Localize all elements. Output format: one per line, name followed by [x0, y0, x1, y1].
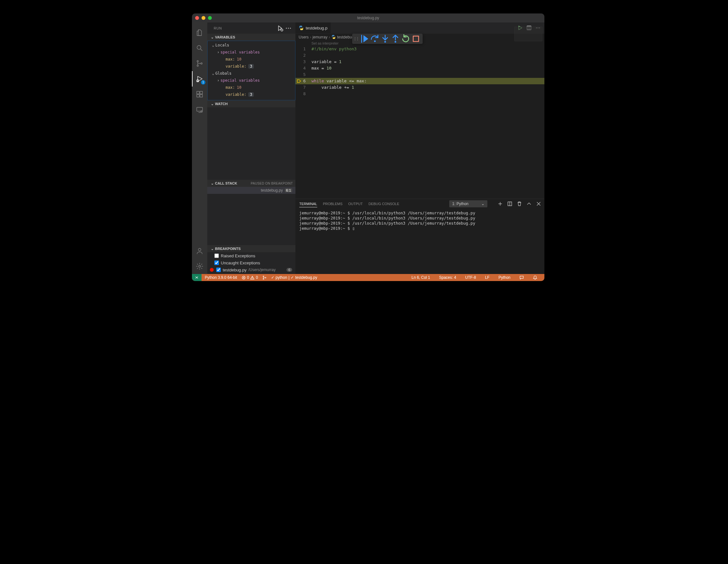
terminal-output[interactable]: jemurray@mbp-2019:~ $ /usr/local/bin/pyt…	[295, 209, 544, 274]
tab-label: testdebug.p	[306, 26, 327, 30]
watch-section[interactable]: ⌄ WATCH	[207, 100, 295, 107]
code-line[interactable]: 3variable = 1	[295, 59, 544, 65]
explorer-icon[interactable]	[192, 25, 207, 40]
restart-button[interactable]	[401, 34, 410, 43]
window-title: testdebug.py	[357, 16, 379, 20]
svg-rect-9	[197, 91, 199, 94]
new-terminal-button[interactable]	[498, 201, 503, 206]
panel: TERMINALPROBLEMSOUTPUTDEBUG CONSOLE1: Py…	[295, 199, 544, 274]
minimize-icon[interactable]	[202, 16, 205, 20]
breakpoints-pane: Raised ExceptionsUncaught Exceptionstest…	[207, 252, 295, 274]
svg-rect-10	[200, 91, 203, 94]
stop-button[interactable]	[411, 34, 421, 43]
maximize-panel-icon[interactable]	[526, 201, 532, 206]
panel-tab-terminal[interactable]: TERMINAL	[299, 201, 317, 207]
close-icon[interactable]	[195, 16, 199, 20]
language-mode[interactable]: Python	[499, 275, 510, 280]
special-variables[interactable]: ›special variables	[208, 77, 295, 84]
debug-toolbar[interactable]	[352, 34, 423, 44]
chevron-down-icon: ⌄	[481, 202, 484, 206]
panel-tabs: TERMINALPROBLEMSOUTPUTDEBUG CONSOLE1: Py…	[295, 199, 544, 209]
python-version[interactable]: Python 3.9.0 64-bit	[205, 275, 237, 280]
statusbar: Python 3.9.0 64-bit 0 0 ✓python |✓testde…	[192, 274, 544, 281]
source-control-icon[interactable]	[192, 56, 207, 71]
variables-section[interactable]: ⌄ VARIABLES	[207, 34, 295, 41]
scope-globals[interactable]: ⌄Globals	[208, 70, 295, 77]
more-icon[interactable]	[285, 25, 292, 31]
breadcrumb-item[interactable]: jemurray	[312, 35, 327, 39]
debug-config-icon[interactable]	[277, 25, 283, 31]
window-controls	[195, 16, 212, 20]
scope-locals[interactable]: ⌄Locals	[208, 42, 295, 49]
lint-status-1[interactable]: ✓python |✓testdebug.py	[271, 275, 317, 280]
sidebar-header: RUN	[207, 22, 295, 34]
problems-status[interactable]: 0 0	[242, 275, 258, 280]
svg-point-14	[201, 111, 203, 112]
code-line[interactable]: 5	[295, 71, 544, 78]
step-over-button[interactable]	[370, 34, 380, 43]
eol[interactable]: LF	[485, 275, 490, 280]
panel-tab-output[interactable]: OUTPUT	[348, 201, 363, 207]
variable-row[interactable]: variable3	[208, 63, 295, 70]
chevron-right-icon: ›	[310, 35, 311, 39]
code-line[interactable]: 1#!/bin/env python3	[295, 46, 544, 52]
drag-handle-icon[interactable]	[355, 37, 358, 40]
variable-row[interactable]: max10	[208, 84, 295, 91]
cursor-position[interactable]: Ln 6, Col 1	[411, 275, 430, 280]
encoding[interactable]: UTF-8	[465, 275, 476, 280]
breadcrumb-item[interactable]: Users	[299, 35, 309, 39]
titlebar: testdebug.py	[192, 13, 544, 22]
continue-button[interactable]	[360, 34, 369, 43]
svg-rect-11	[197, 95, 199, 97]
remote-icon[interactable]	[192, 102, 207, 117]
minimap[interactable]	[512, 25, 544, 63]
notifications-icon[interactable]	[533, 275, 537, 280]
variable-row[interactable]: max10	[208, 56, 295, 63]
indentation[interactable]: Spaces: 4	[439, 275, 456, 280]
code-editor[interactable]: 1#!/bin/env python323variable = 14max = …	[295, 46, 544, 97]
terminal-select[interactable]: 1: Python⌄	[449, 200, 487, 207]
code-line[interactable]: 2	[295, 52, 544, 59]
svg-point-2	[394, 41, 396, 43]
git-status[interactable]	[262, 276, 267, 280]
variables-pane: ⌄Locals›special variablesmax10variable3⌄…	[207, 41, 295, 100]
breakpoint-row[interactable]: testdebug.py/Users/jemurray6	[207, 266, 295, 273]
code-line[interactable]: 8	[295, 91, 544, 97]
maximize-icon[interactable]	[208, 16, 212, 20]
panel-tab-problems[interactable]: PROBLEMS	[323, 201, 343, 207]
chevron-down-icon: ⌄	[210, 102, 214, 106]
extensions-icon[interactable]	[192, 87, 207, 102]
feedback-icon[interactable]	[519, 275, 524, 280]
account-icon[interactable]	[192, 243, 207, 259]
tab-testdebug[interactable]: testdebug.p	[295, 22, 331, 33]
breakpoint-checkbox[interactable]	[214, 261, 219, 265]
svg-point-19	[288, 28, 289, 29]
code-line[interactable]: 4max = 10	[295, 65, 544, 71]
search-icon[interactable]	[192, 40, 207, 56]
step-out-button[interactable]	[391, 34, 400, 43]
code-line[interactable]: 6while variable <= max:	[295, 78, 544, 84]
split-terminal-button[interactable]	[507, 201, 512, 206]
code-line[interactable]: 7 variable += 1	[295, 84, 544, 91]
breakpoints-section[interactable]: ⌄ BREAKPOINTS	[207, 245, 295, 252]
breakpoint-checkbox[interactable]	[216, 268, 221, 272]
panel-tab-debug-console[interactable]: DEBUG CONSOLE	[368, 201, 399, 207]
activity-bar: 1	[192, 22, 207, 274]
callstack-section[interactable]: ⌄ CALL STACK PAUSED ON BREAKPOINT	[207, 180, 295, 187]
breakpoint-row[interactable]: Uncaught Exceptions	[207, 259, 295, 266]
variable-row[interactable]: variable3	[208, 91, 295, 98]
close-panel-icon[interactable]	[536, 201, 541, 206]
stack-frame[interactable]: testdebug.py6:1	[207, 187, 295, 194]
remote-button[interactable]	[192, 274, 202, 281]
settings-icon[interactable]	[192, 259, 207, 274]
chevron-down-icon: ⌄	[210, 35, 214, 39]
breakpoint-row[interactable]: Raised Exceptions	[207, 252, 295, 259]
trash-icon[interactable]	[517, 201, 522, 206]
svg-point-4	[197, 46, 201, 49]
python-icon	[299, 25, 304, 30]
breakpoint-checkbox[interactable]	[214, 253, 219, 258]
run-debug-icon[interactable]: 1	[192, 71, 207, 87]
step-into-button[interactable]	[380, 34, 390, 43]
special-variables[interactable]: ›special variables	[208, 49, 295, 56]
chevron-down-icon: ⌄	[210, 247, 214, 251]
